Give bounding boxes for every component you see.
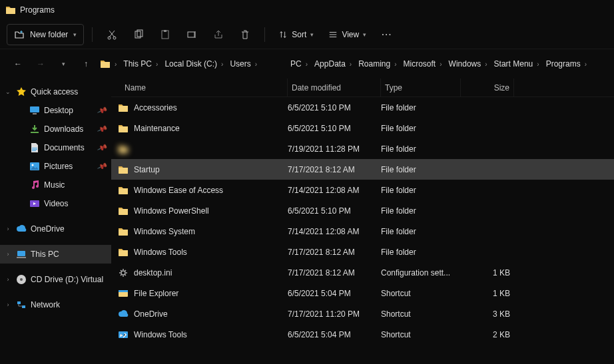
network-icon	[16, 299, 27, 310]
chevron-right-icon[interactable]: ›	[4, 301, 12, 308]
table-row[interactable]: Windows System7/14/2021 12:08 AMFile fol…	[111, 221, 614, 242]
titlebar: Programs	[0, 0, 614, 20]
crumb[interactable]: Users›	[227, 59, 260, 69]
file-name: Windows Tools	[134, 330, 187, 339]
file-type: File folder	[381, 103, 461, 112]
file-type: Shortcut	[381, 289, 461, 298]
column-name[interactable]: Name	[111, 79, 288, 96]
crumb[interactable]: Windows›	[446, 59, 490, 69]
table-row[interactable]: Startup7/17/2021 8:12 AMFile folder	[111, 159, 614, 180]
sidebar-item-desktop[interactable]: Desktop📌	[0, 101, 111, 120]
file-name: Windows Ease of Access	[134, 186, 223, 195]
file-name: File Explorer	[134, 289, 178, 298]
music-icon	[29, 180, 40, 190]
column-size[interactable]: Size	[461, 79, 514, 96]
up-button[interactable]: ↑	[75, 53, 97, 75]
sort-button[interactable]: Sort ▾	[273, 24, 319, 45]
sidebar-item-pictures[interactable]: Pictures📌	[0, 157, 111, 176]
new-folder-button[interactable]: New folder ▾	[7, 24, 84, 45]
pin-icon: 📌	[97, 123, 109, 134]
column-type[interactable]: Type	[381, 79, 461, 96]
folder-icon	[118, 123, 129, 134]
table-row[interactable]: Windows Ease of Access7/14/2021 12:08 AM…	[111, 180, 614, 200]
folder-icon	[118, 247, 129, 258]
back-button[interactable]: ←	[7, 53, 29, 75]
table-row[interactable]: Windows Tools7/17/2021 8:12 AMFile folde…	[111, 242, 614, 262]
new-folder-icon	[14, 29, 25, 40]
sidebar-item-videos[interactable]: Videos	[0, 194, 111, 213]
table-row[interactable]: Maintenance6/5/2021 5:10 PMFile folder	[111, 118, 614, 138]
file-date: 7/17/2021 8:12 AM	[288, 268, 381, 277]
onedrive-icon	[118, 309, 129, 319]
file-date: 7/14/2021 12:08 AM	[288, 186, 381, 195]
share-button[interactable]	[207, 24, 230, 45]
sidebar-this-pc[interactable]: ›This PC	[0, 245, 111, 264]
view-icon	[328, 30, 338, 39]
crumb[interactable]: PC›	[288, 59, 310, 69]
copy-icon	[133, 29, 144, 40]
table-row[interactable]: 7/19/2021 11:28 PMFile folder	[111, 138, 614, 159]
desktop-icon	[29, 105, 40, 116]
crumb[interactable]: Local Disk (C:)›	[162, 59, 226, 69]
downloads-icon	[29, 124, 40, 134]
share-icon	[213, 29, 224, 40]
file-name: Windows Tools	[134, 248, 187, 257]
crumb[interactable]: This PC›	[121, 59, 160, 69]
table-row[interactable]: desktop.ini7/17/2021 8:12 AMConfiguratio…	[111, 262, 614, 283]
cut-button[interactable]	[101, 24, 123, 45]
more-button[interactable]: ···	[376, 24, 398, 45]
sidebar-onedrive[interactable]: ›OneDrive	[0, 220, 111, 238]
pin-icon: 📌	[97, 160, 109, 172]
recent-button[interactable]: ▾	[52, 53, 75, 75]
file-name: Maintenance	[134, 124, 180, 133]
paste-button[interactable]	[154, 24, 176, 45]
table-row[interactable]: Accessories6/5/2021 5:10 PMFile folder	[111, 97, 614, 118]
table-row[interactable]: Windows PowerShell6/5/2021 5:10 PMFile f…	[111, 200, 614, 221]
delete-button[interactable]	[234, 24, 256, 45]
cd-icon	[16, 274, 27, 285]
crumb[interactable]: Roaming›	[356, 59, 399, 69]
sidebar-item-documents[interactable]: Documents📌	[0, 138, 111, 157]
table-row[interactable]: Windows Tools6/5/2021 5:04 PMShortcut2 K…	[111, 324, 614, 345]
crumb[interactable]: Programs›	[543, 59, 589, 69]
rename-button[interactable]	[180, 24, 203, 45]
folder-icon	[118, 185, 129, 196]
chevron-right-icon[interactable]: ›	[4, 226, 12, 232]
table-row[interactable]: File Explorer6/5/2021 5:04 PMShortcut1 K…	[111, 283, 614, 303]
explorer-icon	[118, 288, 129, 299]
file-type: File folder	[381, 206, 461, 216]
sidebar-item-downloads[interactable]: Downloads📌	[0, 120, 111, 138]
file-type: File folder	[381, 248, 461, 257]
sidebar-item-music[interactable]: Music	[0, 176, 111, 194]
chevron-right-icon[interactable]: ›	[4, 251, 12, 258]
crumb[interactable]: Microsoft›	[401, 59, 445, 69]
table-row[interactable]: OneDrive7/17/2021 11:20 PMShortcut3 KB	[111, 303, 614, 324]
file-date: 6/5/2021 5:04 PM	[288, 289, 381, 298]
forward-button[interactable]: →	[29, 53, 52, 75]
crumb[interactable]: Start Menu›	[491, 59, 542, 69]
chevron-right-icon[interactable]: ›	[4, 276, 12, 283]
sidebar-cd-drive[interactable]: ›CD Drive (D:) Virtual	[0, 270, 111, 289]
rename-icon	[186, 29, 197, 40]
window-title: Programs	[20, 5, 55, 15]
pictures-icon	[29, 161, 40, 172]
file-date: 6/5/2021 5:10 PM	[288, 206, 381, 216]
sidebar-network[interactable]: ›Network	[0, 295, 111, 314]
sidebar-quick-access[interactable]: ⌄ Quick access	[0, 83, 111, 101]
file-list: Name Date modified Type Size Accessories…	[111, 79, 614, 364]
videos-icon	[29, 198, 40, 209]
file-size: 2 KB	[461, 330, 514, 339]
file-type: File folder	[381, 124, 461, 133]
cut-icon	[107, 29, 117, 40]
file-date: 6/5/2021 5:10 PM	[288, 103, 381, 112]
sidebar: ⌄ Quick access Desktop📌 Downloads📌 Docum…	[0, 79, 111, 364]
copy-button[interactable]	[127, 24, 150, 45]
crumb[interactable]: AppData›	[312, 59, 354, 69]
chevron-down-icon[interactable]: ⌄	[4, 89, 12, 95]
file-type: File folder	[381, 144, 461, 154]
file-date: 6/5/2021 5:10 PM	[288, 124, 381, 133]
column-date[interactable]: Date modified	[288, 79, 381, 96]
address-bar[interactable]: › This PC› Local Disk (C:)› Users› PC› A…	[97, 53, 607, 75]
file-type: Shortcut	[381, 330, 461, 339]
view-button[interactable]: View ▾	[323, 24, 372, 45]
